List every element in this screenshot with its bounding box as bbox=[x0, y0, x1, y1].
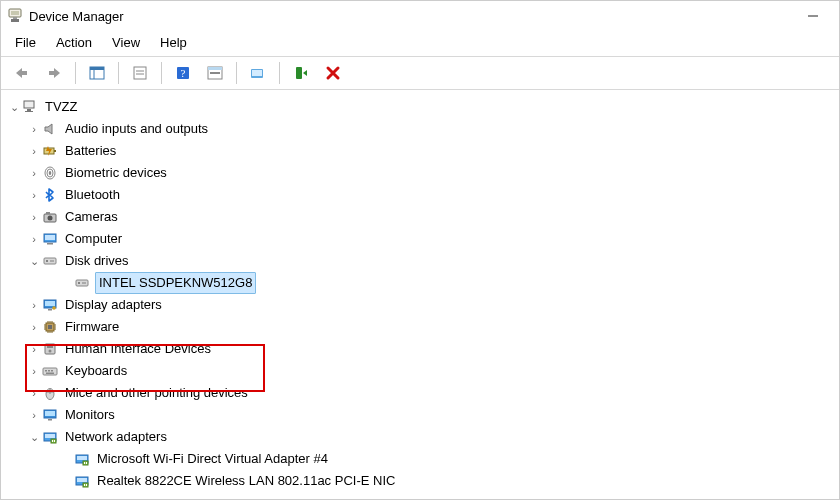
svg-rect-59 bbox=[45, 411, 55, 416]
tree-category[interactable]: ›Computer bbox=[3, 228, 837, 250]
tree-category[interactable]: ›Bluetooth bbox=[3, 184, 837, 206]
uninstall-device-button[interactable] bbox=[320, 61, 346, 85]
chevron-right-icon[interactable]: › bbox=[27, 295, 41, 315]
enable-device-button[interactable] bbox=[288, 61, 314, 85]
toolbar: ? bbox=[1, 56, 839, 90]
svg-rect-31 bbox=[46, 212, 50, 214]
tree-item-label: Keyboards bbox=[63, 361, 129, 381]
tree-item-label: Batteries bbox=[63, 141, 118, 161]
tree-category[interactable]: ›Display adapters bbox=[3, 294, 837, 316]
svg-rect-23 bbox=[25, 111, 33, 112]
tree-device[interactable]: ·Realtek 8822CE Wireless LAN 802.11ac PC… bbox=[3, 470, 837, 492]
hid-icon bbox=[41, 340, 59, 358]
svg-rect-20 bbox=[296, 67, 302, 79]
tree-item-label: Bluetooth bbox=[63, 185, 122, 205]
menu-view[interactable]: View bbox=[104, 33, 148, 52]
chevron-right-icon[interactable]: › bbox=[27, 141, 41, 161]
tree-device[interactable]: ·INTEL SSDPEKNW512G8 bbox=[3, 272, 837, 294]
computer-root-icon bbox=[21, 98, 39, 116]
disk-icon bbox=[41, 252, 59, 270]
tree-category[interactable]: ⌄Network adapters bbox=[3, 426, 837, 448]
svg-text:?: ? bbox=[181, 67, 186, 79]
svg-rect-53 bbox=[51, 370, 53, 372]
update-driver-button[interactable] bbox=[245, 61, 271, 85]
svg-rect-68 bbox=[83, 461, 88, 465]
toolbar-separator bbox=[75, 62, 76, 84]
svg-rect-3 bbox=[13, 17, 17, 19]
tree-category[interactable]: ›Biometric devices bbox=[3, 162, 837, 184]
app-icon bbox=[7, 8, 23, 24]
svg-point-28 bbox=[49, 171, 52, 175]
chevron-right-icon[interactable]: › bbox=[27, 339, 41, 359]
keyboard-icon bbox=[41, 362, 59, 380]
toolbar-separator bbox=[161, 62, 162, 84]
svg-rect-6 bbox=[49, 71, 55, 75]
tree-category[interactable]: ›Batteries bbox=[3, 140, 837, 162]
toolbar-separator bbox=[118, 62, 119, 84]
tree-category[interactable]: ›Keyboards bbox=[3, 360, 837, 382]
tree-item-label: TVZZ bbox=[43, 97, 80, 117]
tree-item-label: Mice and other pointing devices bbox=[63, 383, 250, 403]
device-tree[interactable]: ⌄TVZZ›Audio inputs and outputs›Batteries… bbox=[1, 90, 839, 498]
tree-category[interactable]: ›Audio inputs and outputs bbox=[3, 118, 837, 140]
svg-rect-10 bbox=[134, 67, 146, 79]
svg-rect-70 bbox=[86, 462, 87, 464]
tree-item-label: Audio inputs and outputs bbox=[63, 119, 210, 139]
chevron-right-icon[interactable]: › bbox=[27, 185, 41, 205]
svg-rect-16 bbox=[208, 67, 222, 70]
computer-icon bbox=[41, 230, 59, 248]
svg-rect-48 bbox=[47, 346, 53, 348]
chevron-right-icon[interactable]: › bbox=[27, 361, 41, 381]
chevron-right-icon[interactable]: › bbox=[27, 119, 41, 139]
svg-point-49 bbox=[49, 350, 52, 353]
chevron-right-icon[interactable]: › bbox=[27, 405, 41, 425]
forward-button[interactable] bbox=[41, 61, 67, 85]
svg-point-30 bbox=[48, 216, 53, 221]
svg-rect-34 bbox=[47, 243, 53, 245]
chevron-down-icon[interactable]: ⌄ bbox=[27, 251, 41, 271]
svg-rect-43 bbox=[48, 309, 52, 311]
svg-rect-37 bbox=[50, 260, 54, 262]
chevron-right-icon[interactable]: › bbox=[27, 163, 41, 183]
help-button[interactable]: ? bbox=[170, 61, 196, 85]
tree-category[interactable]: ›Monitors bbox=[3, 404, 837, 426]
properties-button[interactable] bbox=[127, 61, 153, 85]
chevron-right-icon[interactable]: › bbox=[27, 229, 41, 249]
chip-icon bbox=[41, 318, 59, 336]
show-hide-button[interactable] bbox=[84, 61, 110, 85]
tree-item-label: Display adapters bbox=[63, 295, 164, 315]
svg-rect-64 bbox=[52, 440, 53, 442]
svg-rect-19 bbox=[252, 70, 262, 76]
menu-help[interactable]: Help bbox=[152, 33, 195, 52]
scan-button[interactable] bbox=[202, 61, 228, 85]
tree-category[interactable]: ›Cameras bbox=[3, 206, 837, 228]
tree-item-label: Computer bbox=[63, 229, 124, 249]
chevron-right-icon[interactable]: › bbox=[27, 317, 41, 337]
tree-category[interactable]: ⌄Disk drives bbox=[3, 250, 837, 272]
svg-rect-5 bbox=[21, 71, 27, 75]
svg-point-44 bbox=[52, 306, 56, 310]
svg-rect-74 bbox=[84, 484, 85, 486]
tree-category[interactable]: ›Mice and other pointing devices bbox=[3, 382, 837, 404]
svg-rect-33 bbox=[45, 235, 55, 240]
tree-item-label: Cameras bbox=[63, 207, 120, 227]
minimize-button[interactable] bbox=[793, 2, 833, 30]
toolbar-separator bbox=[279, 62, 280, 84]
tree-item-label: Disk drives bbox=[63, 251, 131, 271]
svg-rect-63 bbox=[51, 439, 56, 443]
tree-item-label: Human Interface Devices bbox=[63, 339, 213, 359]
tree-category[interactable]: ›Firmware bbox=[3, 316, 837, 338]
chevron-right-icon[interactable]: › bbox=[27, 383, 41, 403]
mouse-icon bbox=[41, 384, 59, 402]
tree-category[interactable]: ›Human Interface Devices bbox=[3, 338, 837, 360]
network-icon bbox=[73, 450, 91, 468]
chevron-down-icon[interactable]: ⌄ bbox=[7, 97, 21, 117]
chevron-down-icon[interactable]: ⌄ bbox=[27, 427, 41, 447]
chevron-right-icon[interactable]: › bbox=[27, 207, 41, 227]
tree-root[interactable]: ⌄TVZZ bbox=[3, 96, 837, 118]
tree-device[interactable]: ·Microsoft Wi-Fi Direct Virtual Adapter … bbox=[3, 448, 837, 470]
menu-file[interactable]: File bbox=[7, 33, 44, 52]
menu-action[interactable]: Action bbox=[48, 33, 100, 52]
chevron-placeholder: · bbox=[59, 471, 73, 491]
back-button[interactable] bbox=[9, 61, 35, 85]
